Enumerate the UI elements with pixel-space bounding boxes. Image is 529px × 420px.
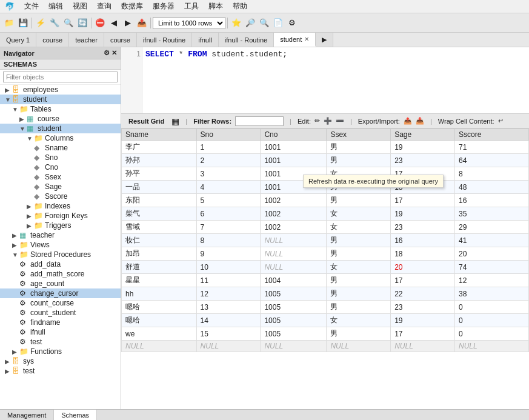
table-row[interactable]: 孙平31001女178 xyxy=(122,167,529,181)
menu-item-query[interactable]: 查询 xyxy=(92,0,116,13)
col-header-sage[interactable]: Sage xyxy=(391,129,455,141)
limit-select[interactable]: Limit to 1000 rowsDon't LimitLimit to 20… xyxy=(153,17,225,29)
edit-minus-icon[interactable]: ➖ xyxy=(336,117,344,125)
menu-item-server[interactable]: 服务器 xyxy=(148,0,179,13)
expand-course-icon[interactable]: ▶ xyxy=(19,116,27,122)
menu-item-view[interactable]: 视图 xyxy=(68,0,92,13)
tree-col-sage[interactable]: ◆ Sage xyxy=(0,182,121,192)
stop-btn[interactable]: 🔧 xyxy=(48,16,61,30)
tab-teacher[interactable]: teacher xyxy=(69,33,104,47)
tab-student-close[interactable]: ✕ xyxy=(304,36,309,42)
tree-col-ssex[interactable]: ◆ Ssex xyxy=(0,172,121,182)
expand-fk-icon[interactable]: ▶ xyxy=(27,213,34,219)
expand-procs-icon[interactable]: ▼ xyxy=(12,252,19,258)
prev-btn[interactable]: ◀ xyxy=(107,16,121,30)
col-header-sname[interactable]: Sname xyxy=(122,129,197,141)
col-header-cno[interactable]: Cno xyxy=(261,129,327,141)
tree-folder-foreignkeys[interactable]: ▶ 📁 Foreign Keys xyxy=(0,211,121,221)
expand-tables-icon[interactable]: ▼ xyxy=(12,106,19,113)
tree-folder-stored-procs[interactable]: ▼ 📁 Stored Procedures xyxy=(0,250,121,259)
expand-views-icon[interactable]: ▶ xyxy=(12,242,19,248)
table-row[interactable]: 孙邦21001男2364 xyxy=(122,154,529,167)
table-row[interactable]: 嗯哈141005女190 xyxy=(122,314,529,327)
tree-col-sscore[interactable]: ◆ Sscore xyxy=(0,192,121,201)
tree-folder-tables[interactable]: ▼ 📁 Tables xyxy=(0,104,121,114)
tree-col-sname[interactable]: ◆ Sname xyxy=(0,143,121,153)
table-row[interactable]: 妆仁8NULL男1641 xyxy=(122,234,529,247)
tree-folder-views[interactable]: ▶ 📁 Views xyxy=(0,240,121,250)
tab-ifnull1[interactable]: ifnull - Routine xyxy=(137,33,192,47)
tree-item-employees[interactable]: ▶ 🗄 employees xyxy=(0,85,121,95)
search-btn[interactable]: 🔍 xyxy=(62,16,75,30)
expand-test-icon[interactable]: ▶ xyxy=(5,368,12,375)
next-btn[interactable]: ▶ xyxy=(121,16,135,30)
tab-more[interactable]: ▶ xyxy=(316,33,333,47)
tree-item-teacher[interactable]: ▶ ▦ teacher xyxy=(0,230,121,240)
tree-table-course[interactable]: ▶ ▦ course xyxy=(0,114,121,124)
tree-proc-count-course[interactable]: ⚙ count_course xyxy=(0,298,121,308)
tab-ifnull3[interactable]: ifnull - Routine xyxy=(219,33,274,47)
table-row[interactable]: 李广11001男1971 xyxy=(122,141,529,154)
expand-sys-icon[interactable]: ▶ xyxy=(5,358,12,365)
table-row[interactable]: we151005男170 xyxy=(122,327,529,341)
filter2-btn[interactable]: 🔎 xyxy=(244,16,257,30)
tab-query1[interactable]: Query 1 xyxy=(0,33,36,47)
menu-item-scripts[interactable]: 脚本 xyxy=(204,0,228,13)
query-editor[interactable]: 1 SELECT * FROM student.student; xyxy=(121,47,529,114)
new-connection-btn[interactable]: 📁 xyxy=(2,16,16,30)
tree-proc-findname[interactable]: ⚙ findname xyxy=(0,318,121,327)
magnify-btn[interactable]: 🔍 xyxy=(258,16,271,30)
tree-proc-add-data[interactable]: ⚙ add_data xyxy=(0,259,121,269)
expand-teacher-icon[interactable]: ▶ xyxy=(12,232,19,239)
tab-student[interactable]: student ✕ xyxy=(274,33,316,47)
tab-schemas[interactable]: Schemas xyxy=(54,410,97,420)
query-text[interactable]: SELECT * FROM student.student; xyxy=(145,50,287,59)
col-header-sno[interactable]: Sno xyxy=(196,129,261,141)
expand-indexes-icon[interactable]: ▶ xyxy=(27,203,34,210)
tree-proc-count-student[interactable]: ⚙ count_student xyxy=(0,308,121,318)
grid-icon[interactable]: ▦ xyxy=(171,116,179,126)
refresh-btn[interactable]: 🔄 xyxy=(76,16,89,30)
expand-functions-icon[interactable]: ▶ xyxy=(12,348,19,355)
filter-rows-input[interactable] xyxy=(235,116,284,126)
table-row[interactable]: 柴气61002女1935 xyxy=(122,207,529,221)
export-btn[interactable]: 📤 xyxy=(135,16,148,30)
bookmark-btn[interactable]: ⭐ xyxy=(230,16,243,30)
filter-input[interactable] xyxy=(3,72,118,82)
menu-item-help[interactable]: 帮助 xyxy=(228,0,252,13)
tree-proc-age-count[interactable]: ⚙ age_count xyxy=(0,279,121,288)
tree-proc-ifnull[interactable]: ⚙ ifnull xyxy=(0,327,121,337)
expand-student-table-icon[interactable]: ▼ xyxy=(19,125,27,132)
col-header-sscore[interactable]: Sscore xyxy=(454,129,528,141)
edit-plus-icon[interactable]: ➕ xyxy=(324,117,332,125)
expand-columns-icon[interactable]: ▼ xyxy=(27,135,34,142)
tree-table-student[interactable]: ▼ ▦ student xyxy=(0,124,121,133)
export-icon[interactable]: 📤 xyxy=(404,117,412,125)
tab-ifnull2[interactable]: ifnull xyxy=(192,33,219,47)
expand-student-icon[interactable]: ▼ xyxy=(5,96,12,103)
table-row[interactable]: 东阳51002男1716 xyxy=(122,194,529,207)
menu-item-db[interactable]: 数据库 xyxy=(116,0,148,13)
import-icon[interactable]: 📥 xyxy=(416,117,424,125)
table-row[interactable]: 加昂9NULL男1820 xyxy=(122,247,529,261)
tree-folder-columns[interactable]: ▼ 📁 Columns xyxy=(0,133,121,143)
tree-proc-test[interactable]: ⚙ test xyxy=(0,337,121,347)
tree-folder-functions[interactable]: ▶ 📁 Functions xyxy=(0,347,121,356)
table-row[interactable]: 星星111004男1712 xyxy=(122,274,529,287)
tree-col-cno[interactable]: ◆ Cno xyxy=(0,162,121,172)
result-grid-btn[interactable]: Result Grid xyxy=(125,117,168,125)
tree-item-student-schema[interactable]: ▼ 🗄 student xyxy=(0,95,121,104)
tree-col-sno[interactable]: ◆ Sno xyxy=(0,153,121,162)
tree-item-sys[interactable]: ▶ 🗄 sys xyxy=(0,356,121,366)
menu-item-tools[interactable]: 工具 xyxy=(179,0,204,13)
table-row[interactable]: 舒道10NULL女2074 xyxy=(122,261,529,274)
tab-course2[interactable]: course xyxy=(104,33,137,47)
table-row[interactable]: 雪域71002女2329 xyxy=(122,221,529,234)
tab-course1[interactable]: course xyxy=(36,33,69,47)
menu-item-file[interactable]: 文件 xyxy=(19,0,44,13)
table-row[interactable]: 嗯哈131005男230 xyxy=(122,301,529,314)
save-btn[interactable]: 💾 xyxy=(16,16,30,30)
format-btn[interactable]: 📄 xyxy=(271,16,285,30)
execute-btn[interactable]: ⛔ xyxy=(93,16,107,30)
tree-item-test[interactable]: ▶ 🗄 test xyxy=(0,366,121,376)
